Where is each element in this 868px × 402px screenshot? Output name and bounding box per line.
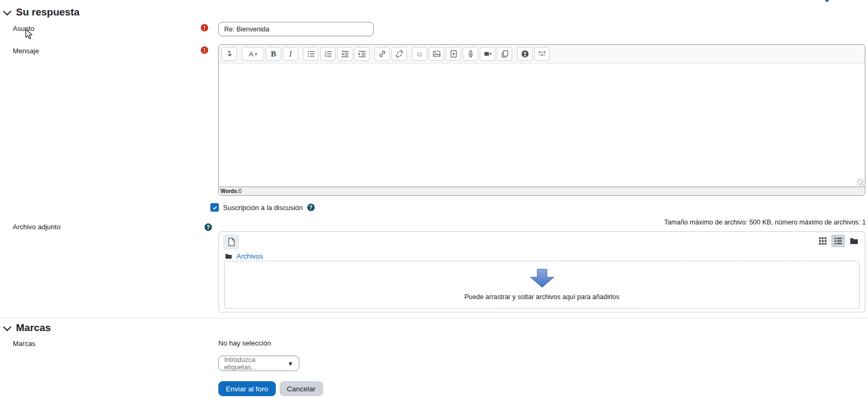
tags-dropdown[interactable]: Introduzca etiquetas... ▼ — [218, 356, 299, 371]
subscription-checkbox[interactable] — [210, 203, 219, 212]
attachment-max-info: Tamaño máximo de archivo: 500 KB, número… — [664, 219, 866, 226]
subscription-label: Suscripción a la discusión — [223, 204, 303, 212]
message-label: Mensaje — [13, 47, 39, 55]
screenreader-grid-icon — [538, 50, 546, 58]
editor-toolbar: A ▾ B I 1 2 3 — [219, 45, 865, 63]
collapse-arrow-icon — [225, 50, 234, 58]
editor-resize-handle[interactable] — [857, 179, 864, 186]
forum-reply-form: Su respuesta Asunto ! Mensaje ! A ▾ — [0, 0, 868, 402]
record-audio-button[interactable] — [463, 47, 478, 61]
file-manager: Archivos Puede arrastrar y soltar archiv… — [218, 231, 865, 312]
grid-view-button[interactable] — [816, 235, 830, 247]
cancel-button[interactable]: Cancelar — [280, 381, 323, 396]
link-icon — [378, 50, 387, 58]
word-count-label: Words: — [220, 188, 239, 194]
clipped-element — [825, 0, 829, 2]
italic-button[interactable]: I — [283, 47, 298, 61]
unlink-icon — [395, 50, 404, 58]
tags-placeholder: Introduzca etiquetas... — [224, 356, 288, 371]
message-editor: A ▾ B I 1 2 3 — [218, 44, 865, 196]
submit-button[interactable]: Enviar al foro — [218, 381, 276, 396]
microphone-icon — [466, 50, 475, 58]
image-icon — [432, 50, 441, 58]
unordered-list-icon — [307, 50, 315, 58]
folder-icon — [849, 237, 858, 245]
download-arrow-icon — [530, 269, 554, 288]
manage-files-button[interactable] — [497, 47, 512, 61]
help-icon[interactable]: ? — [204, 223, 212, 231]
tree-view-button[interactable] — [847, 235, 861, 247]
tags-no-selection: No hay selección — [218, 339, 271, 347]
copy-files-icon — [501, 50, 509, 58]
ordered-list-button[interactable]: 1 2 3 — [320, 47, 335, 61]
unordered-list-button[interactable] — [303, 47, 318, 61]
indent-icon — [358, 50, 366, 58]
folder-icon — [225, 253, 232, 260]
check-icon — [212, 205, 218, 211]
section-reply-title: Su respuesta — [16, 6, 79, 18]
file-path-breadcrumb: Archivos — [225, 252, 263, 260]
font-style-button[interactable]: A ▾ — [242, 47, 264, 61]
list-view-icon — [834, 237, 842, 245]
add-file-button[interactable] — [223, 235, 239, 250]
section-tags-title: Marcas — [16, 322, 51, 334]
file-dropzone[interactable]: Puede arrastrar y soltar archivos aquí p… — [224, 261, 859, 309]
collapse-toolbar-button[interactable] — [222, 47, 237, 61]
accessibility-checker-button[interactable] — [517, 47, 533, 61]
subscription-row: Suscripción a la discusión ? — [210, 203, 315, 212]
dropzone-text: Puede arrastrar y soltar archivos aquí p… — [464, 293, 619, 301]
accessibility-icon — [521, 50, 529, 58]
video-camera-icon — [484, 50, 492, 58]
form-actions: Enviar al foro Cancelar — [218, 381, 323, 396]
outdent-button[interactable] — [337, 47, 353, 61]
mouse-cursor-icon — [25, 29, 33, 40]
caret-down-icon: ▼ — [288, 360, 293, 367]
required-icon: ! — [201, 24, 208, 31]
unlink-button[interactable] — [391, 47, 407, 61]
files-folder-link[interactable]: Archivos — [236, 252, 263, 260]
record-video-button[interactable] — [480, 47, 495, 61]
bold-button[interactable]: B — [266, 47, 281, 61]
section-divider — [0, 318, 868, 318]
view-mode-toggles — [816, 235, 861, 247]
indent-button[interactable] — [354, 47, 370, 61]
media-file-icon — [449, 50, 458, 58]
attachment-label: Archivo adjunto — [13, 223, 61, 231]
caret-down-icon: ▾ — [255, 52, 257, 57]
insert-media-button[interactable] — [446, 47, 461, 61]
tags-label: Marcas — [13, 340, 36, 348]
screenreader-helper-button[interactable] — [534, 47, 550, 61]
list-view-button[interactable] — [831, 235, 845, 247]
word-count-value: 0 — [239, 188, 242, 194]
ordered-list-icon: 1 2 3 — [324, 50, 332, 58]
emoji-picker-button[interactable]: ☺ — [412, 47, 427, 61]
svg-text:3: 3 — [324, 54, 326, 58]
section-reply-header[interactable]: Su respuesta — [4, 6, 79, 18]
outdent-icon — [341, 50, 349, 58]
subject-input[interactable] — [218, 22, 374, 36]
link-button[interactable] — [374, 47, 390, 61]
required-icon: ! — [201, 46, 208, 54]
chevron-down-icon — [3, 323, 12, 331]
help-icon[interactable]: ? — [307, 204, 315, 211]
emoji-icon: ☺ — [415, 50, 423, 58]
word-count-bar: Words:0 — [219, 187, 865, 195]
grid-view-icon — [818, 237, 827, 245]
new-file-icon — [227, 237, 236, 247]
insert-image-button[interactable] — [429, 47, 444, 61]
chevron-down-icon — [3, 7, 12, 15]
message-editor-content[interactable] — [219, 63, 865, 187]
section-tags-header[interactable]: Marcas — [4, 322, 51, 334]
